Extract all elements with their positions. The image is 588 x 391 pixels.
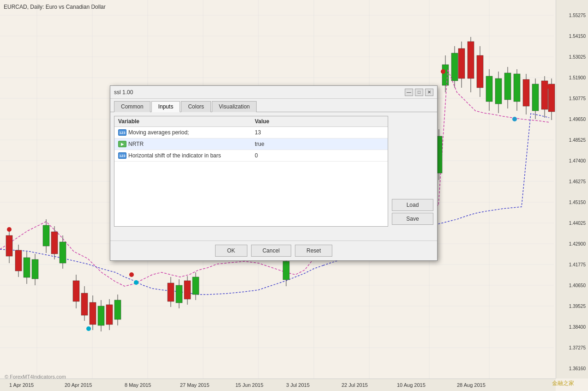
dialog-footer: OK Cancel Reset [110, 241, 437, 260]
tab-common[interactable]: Common [114, 101, 150, 112]
tab-inputs[interactable]: Inputs [151, 101, 180, 112]
int-icon-2: 123 [118, 152, 126, 159]
svg-rect-80 [184, 281, 191, 299]
price-label-12: 1.41775 [569, 262, 586, 267]
svg-rect-76 [168, 283, 174, 301]
svg-rect-33 [468, 42, 474, 78]
svg-rect-68 [98, 306, 104, 325]
svg-rect-58 [24, 258, 30, 277]
save-button[interactable]: Save [392, 213, 433, 225]
minimize-button[interactable]: — [405, 89, 413, 96]
svg-point-86 [512, 117, 517, 121]
svg-rect-53 [6, 235, 12, 256]
svg-rect-82 [192, 277, 199, 295]
price-label-7: 1.47400 [569, 158, 586, 163]
price-label-15: 1.38400 [569, 325, 586, 330]
svg-rect-37 [486, 76, 492, 102]
side-buttons: Load Save [392, 116, 433, 227]
dialog-title: ssl 1.00 [114, 89, 133, 96]
time-label-6: 22 Jul 2015 [342, 382, 368, 388]
svg-rect-92 [51, 232, 58, 254]
price-label-1: 1.54150 [569, 34, 586, 39]
time-axis: 1 Apr 2015 20 Apr 2015 8 May 2015 27 May… [0, 379, 556, 391]
svg-rect-45 [523, 79, 529, 106]
price-label-9: 1.45150 [569, 200, 586, 205]
maximize-button[interactable]: □ [415, 89, 423, 96]
variable-name-2: Horizontal shift of the indicator in bar… [128, 152, 221, 159]
load-button[interactable]: Load [392, 199, 433, 211]
variable-name-1: NRTR [128, 141, 144, 147]
variable-cell-1: ▶ NRTR [114, 138, 251, 150]
svg-rect-70 [106, 305, 113, 325]
variables-table: Variable Value 123 Moving averages perio… [114, 116, 388, 227]
time-label-0: 1 Apr 2015 [9, 382, 34, 388]
bool-icon-1: ▶ [118, 141, 126, 147]
close-button[interactable]: ✕ [425, 89, 433, 96]
time-label-3: 27 May 2015 [180, 382, 210, 388]
svg-point-88 [86, 326, 91, 331]
dialog-controls: — □ ✕ [405, 89, 433, 96]
svg-rect-47 [532, 84, 539, 111]
value-cell-2[interactable]: 0 [251, 150, 388, 161]
ok-button[interactable]: OK [215, 245, 247, 257]
svg-rect-31 [458, 48, 465, 78]
dialog-tabs: Common Inputs Colors Visualization [110, 99, 437, 112]
svg-rect-60 [32, 259, 38, 279]
reset-button[interactable]: Reset [295, 245, 332, 257]
svg-rect-35 [477, 55, 483, 88]
price-label-11: 1.42900 [569, 241, 586, 247]
svg-rect-66 [90, 302, 96, 325]
column-header-variable: Variable [114, 116, 251, 126]
time-label-1: 20 Apr 2015 [65, 382, 92, 388]
time-label-8: 28 Aug 2015 [457, 382, 486, 388]
price-label-0: 1.55275 [569, 13, 586, 18]
value-cell-0[interactable]: 13 [251, 127, 388, 138]
price-label-3: 1.51900 [569, 75, 586, 80]
cancel-button[interactable]: Cancel [251, 245, 291, 257]
price-label-10: 1.44025 [569, 221, 586, 226]
variable-name-0: Moving averages period; [128, 129, 189, 136]
dialog-titlebar: ssl 1.00 — □ ✕ [110, 86, 437, 99]
svg-rect-84 [283, 261, 289, 280]
price-label-16: 1.37275 [569, 345, 586, 350]
svg-rect-43 [514, 74, 520, 102]
svg-rect-78 [176, 285, 182, 303]
svg-rect-49 [541, 81, 548, 109]
value-cell-1[interactable]: true [251, 138, 388, 150]
svg-point-87 [547, 84, 552, 89]
table-row[interactable]: 123 Horizontal shift of the indicator in… [114, 150, 388, 162]
variable-cell-0: 123 Moving averages period; [114, 127, 251, 138]
time-label-2: 8 May 2015 [125, 382, 151, 388]
svg-point-73 [129, 272, 134, 277]
table-row[interactable]: ▶ NRTR true [114, 138, 388, 150]
chart-watermark: © ForexMT4Indicators.com [5, 374, 66, 379]
price-label-14: 1.39525 [569, 304, 586, 309]
svg-rect-90 [43, 225, 49, 246]
time-label-5: 3 Jul 2015 [286, 382, 310, 388]
tab-colors[interactable]: Colors [181, 101, 211, 112]
tab-visualization[interactable]: Visualization [212, 101, 257, 112]
chart-watermark2: 金融之家 [552, 379, 574, 387]
table-row[interactable]: 123 Moving averages period; 13 [114, 127, 388, 138]
column-header-value: Value [251, 116, 388, 126]
dialog: ssl 1.00 — □ ✕ Common Inputs Colors Visu… [110, 85, 438, 261]
price-label-8: 1.46275 [569, 179, 586, 184]
svg-rect-64 [81, 293, 88, 315]
price-label-13: 1.40650 [569, 283, 586, 288]
variable-cell-2: 123 Horizontal shift of the indicator in… [114, 150, 251, 161]
svg-rect-72 [114, 300, 121, 319]
price-label-2: 1.53025 [569, 54, 586, 60]
svg-point-54 [7, 227, 12, 232]
svg-rect-41 [504, 73, 511, 100]
svg-rect-29 [451, 53, 458, 81]
price-label-4: 1.50775 [569, 96, 586, 101]
dialog-content: Variable Value 123 Moving averages perio… [110, 112, 437, 230]
svg-rect-62 [73, 281, 79, 301]
svg-rect-94 [60, 242, 66, 263]
price-label-17: 1.36160 [569, 366, 586, 371]
table-header: Variable Value [114, 116, 388, 127]
svg-point-74 [134, 280, 138, 285]
svg-rect-39 [495, 78, 502, 104]
price-label-5: 1.49650 [569, 117, 586, 122]
time-label-7: 10 Aug 2015 [397, 382, 426, 388]
